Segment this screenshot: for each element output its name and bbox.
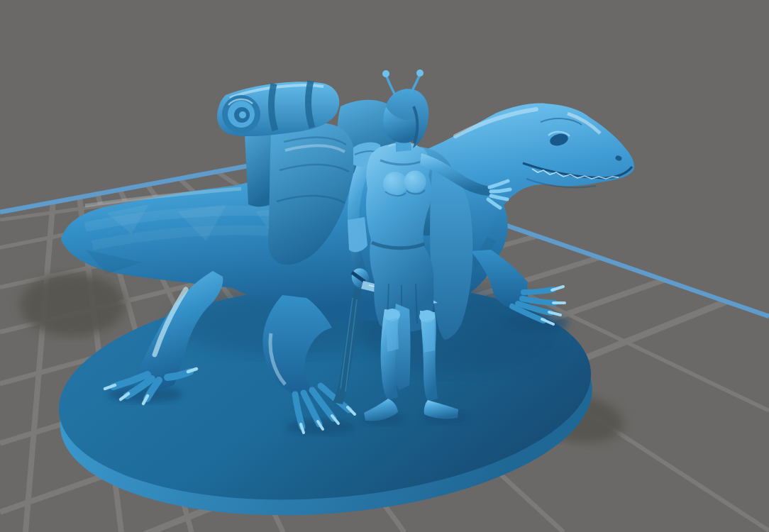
rider-bracer [348, 217, 367, 252]
slicer-viewport[interactable] [0, 0, 769, 532]
rider-chest [404, 171, 426, 193]
viewport-canvas[interactable] [0, 0, 769, 532]
shin-guard [386, 318, 399, 352]
bedroll-end-cap [222, 95, 260, 133]
shin-guard [422, 319, 435, 353]
tail-cast-shadow [20, 274, 125, 336]
